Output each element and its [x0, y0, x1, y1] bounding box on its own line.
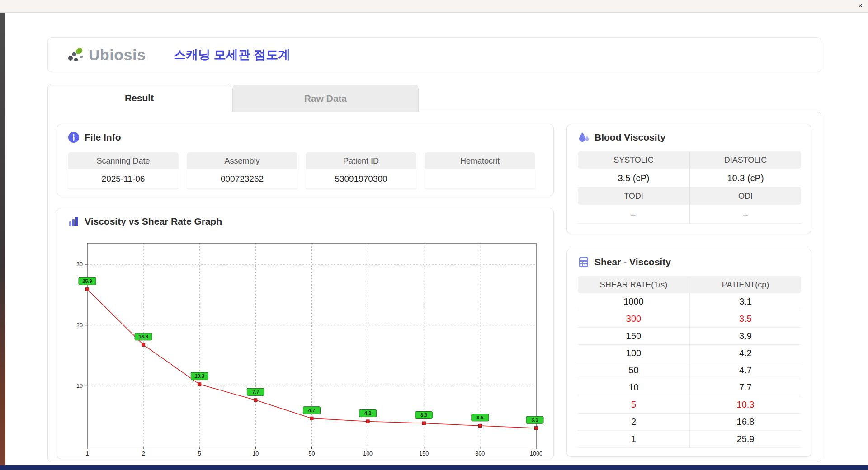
table-row: 216.8	[578, 414, 801, 431]
cell-shear-rate: 10	[578, 379, 689, 396]
svg-text:50: 50	[309, 451, 315, 456]
table-body: 10003.13003.51503.91004.2504.7107.7510.3…	[578, 293, 801, 448]
svg-text:3.1: 3.1	[531, 417, 538, 423]
graph-header: Viscosity vs Shear Rate Graph	[68, 216, 222, 227]
bv-label: ODI	[689, 188, 801, 205]
graph-card: Viscosity vs Shear Rate Graph 1020301251…	[57, 208, 554, 459]
cell-shear-rate: 1000	[578, 293, 689, 310]
shear-viscosity-card: Shear - Viscosity SHEAR RATE(1/s) PATIEN…	[566, 249, 811, 457]
main-window: Ubiosis 스캐닝 모세관 점도계 Result Raw Data File…	[5, 13, 868, 465]
svg-text:1: 1	[86, 451, 89, 456]
blood-viscosity-grid: SYSTOLICDIASTOLIC3.5 (cP)10.3 (cP)TODIOD…	[578, 151, 801, 224]
blood-viscosity-card: Blood Viscosity SYSTOLICDIASTOLIC3.5 (cP…	[566, 124, 811, 234]
close-icon[interactable]: ×	[858, 1, 863, 10]
svg-text:1000: 1000	[530, 451, 542, 456]
bv-value: –	[689, 205, 801, 224]
file-info-fields: Scanning Date2025-11-06Assembly000723262…	[68, 152, 535, 188]
field-value	[425, 169, 535, 188]
cell-patient: 3.9	[689, 328, 801, 344]
svg-text:300: 300	[475, 451, 485, 456]
svg-text:16.8: 16.8	[138, 334, 148, 339]
table-row: 510.3	[578, 396, 801, 414]
bv-label: TODI	[578, 188, 689, 205]
cell-patient: 4.7	[689, 362, 801, 379]
field-label: Assembly	[187, 152, 297, 169]
field-label: Patient ID	[306, 152, 416, 169]
desktop-backdrop-bottom	[0, 465, 868, 470]
file-info-title: File Info	[85, 132, 121, 143]
ubiosis-leaf-icon	[65, 45, 86, 65]
field-label: Scanning Date	[68, 152, 179, 169]
svg-text:2: 2	[142, 451, 145, 456]
bar-chart-icon	[68, 216, 80, 227]
table-row: 125.9	[578, 431, 801, 448]
column-header-patient: PATIENT(cp)	[689, 276, 801, 293]
cell-shear-rate: 300	[578, 310, 689, 327]
tab-raw-data[interactable]: Raw Data	[232, 85, 419, 112]
svg-text:4.7: 4.7	[308, 408, 315, 413]
info-icon	[68, 132, 80, 143]
table-row: 1503.9	[578, 328, 801, 345]
svg-text:7.7: 7.7	[252, 389, 259, 395]
blood-viscosity-title: Blood Viscosity	[594, 132, 665, 143]
bv-value-row: ––	[578, 205, 801, 224]
svg-text:150: 150	[419, 451, 429, 456]
shear-viscosity-header: Shear - Viscosity	[578, 256, 671, 268]
cell-shear-rate: 100	[578, 345, 689, 362]
ubiosis-logo: Ubiosis	[65, 45, 146, 65]
page-title: 스캐닝 모세관 점도계	[174, 47, 290, 63]
svg-text:10: 10	[252, 451, 259, 456]
cell-patient: 4.2	[689, 345, 801, 362]
bv-label-row: TODIODI	[578, 188, 801, 205]
cell-patient: 25.9	[689, 431, 801, 447]
svg-text:5: 5	[198, 451, 201, 456]
cell-shear-rate: 50	[578, 362, 689, 379]
bv-label: DIASTOLIC	[689, 151, 801, 169]
cell-patient: 16.8	[689, 414, 801, 430]
svg-text:100: 100	[363, 451, 373, 456]
file-info-field: Hematocrit	[425, 152, 535, 188]
file-info-field: Patient ID53091970300	[306, 152, 416, 188]
logo-text: Ubiosis	[89, 46, 146, 64]
tab-result[interactable]: Result	[47, 84, 231, 112]
app-header: Ubiosis 스캐닝 모세관 점도계	[47, 37, 821, 72]
field-value: 2025-11-06	[68, 169, 179, 188]
svg-text:3.5: 3.5	[476, 415, 483, 420]
cell-patient: 10.3	[689, 396, 801, 413]
viscosity-chart: 1020301251050100150300100025.916.810.37.…	[63, 234, 544, 456]
cell-shear-rate: 150	[578, 328, 689, 344]
table-row: 1004.2	[578, 345, 801, 362]
file-info-header: File Info	[68, 132, 121, 143]
svg-text:20: 20	[76, 322, 83, 329]
blood-viscosity-header: Blood Viscosity	[578, 132, 665, 143]
file-info-card: File Info Scanning Date2025-11-06Assembl…	[57, 124, 554, 196]
svg-text:30: 30	[76, 261, 83, 268]
bv-value: –	[578, 205, 689, 224]
window-titlebar: ×	[0, 0, 868, 13]
table-row: 107.7	[578, 379, 801, 396]
water-drop-icon	[578, 132, 590, 143]
graph-title: Viscosity vs Shear Rate Graph	[85, 216, 222, 227]
table-row: 504.7	[578, 362, 801, 379]
svg-text:10.3: 10.3	[195, 373, 204, 379]
bv-value-row: 3.5 (cP)10.3 (cP)	[578, 169, 801, 188]
svg-text:4.2: 4.2	[364, 410, 371, 416]
bv-value: 10.3 (cP)	[689, 169, 801, 188]
table-header-row: SHEAR RATE(1/s) PATIENT(cp)	[578, 276, 801, 293]
shear-viscosity-title: Shear - Viscosity	[594, 257, 671, 268]
cell-shear-rate: 1	[578, 431, 689, 447]
field-value: 53091970300	[306, 169, 416, 188]
cell-shear-rate: 5	[578, 396, 689, 413]
svg-text:3.9: 3.9	[420, 412, 427, 418]
table-row: 3003.5	[578, 310, 801, 328]
svg-text:25.9: 25.9	[82, 278, 92, 284]
desktop-backdrop-left	[0, 13, 5, 470]
bv-label: SYSTOLIC	[578, 151, 689, 169]
field-label: Hematocrit	[425, 152, 535, 169]
svg-text:10: 10	[76, 383, 83, 389]
file-info-field: Assembly000723262	[187, 152, 297, 188]
bv-label-row: SYSTOLICDIASTOLIC	[578, 151, 801, 169]
cell-patient: 3.1	[689, 293, 801, 310]
column-header-shear-rate: SHEAR RATE(1/s)	[578, 276, 689, 293]
field-value: 000723262	[187, 169, 297, 188]
